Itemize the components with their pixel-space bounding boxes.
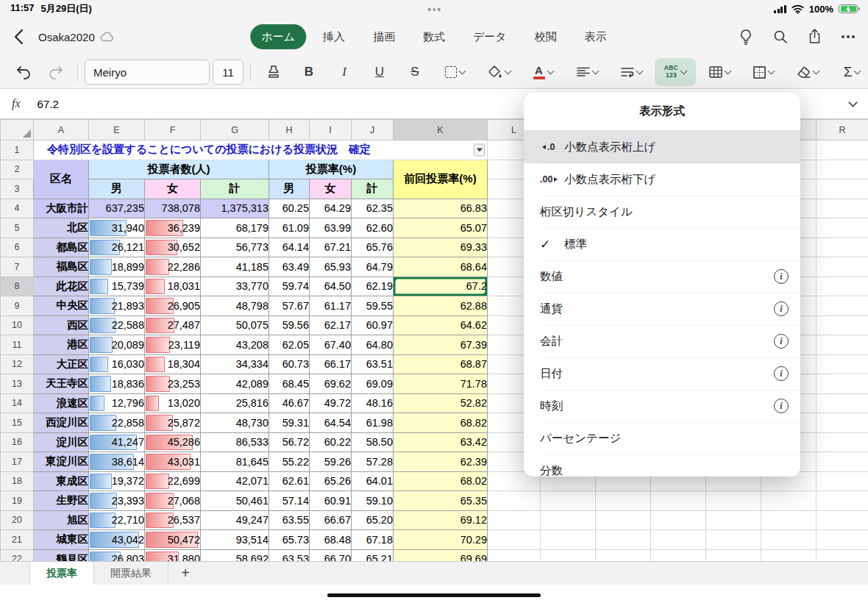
search-icon[interactable] bbox=[773, 29, 788, 44]
cell-A20[interactable]: 旭区 bbox=[34, 510, 89, 530]
cell-N22[interactable] bbox=[596, 549, 651, 561]
cell-H11[interactable]: 62.05 bbox=[269, 335, 310, 355]
cell-R17[interactable] bbox=[817, 452, 868, 472]
formula-value[interactable]: 67.2 bbox=[38, 98, 59, 110]
cell-I6[interactable]: 67.21 bbox=[310, 238, 352, 257]
home-indicator[interactable] bbox=[327, 593, 541, 597]
cell-K21[interactable]: 70.29 bbox=[394, 530, 488, 550]
cell-R3[interactable] bbox=[817, 179, 868, 199]
cell-I21[interactable]: 68.48 bbox=[310, 530, 352, 550]
cell-A22[interactable]: 鶴見区 bbox=[34, 549, 89, 561]
clear-button[interactable] bbox=[787, 58, 828, 86]
ribbon-tab-数式[interactable]: 数式 bbox=[412, 24, 456, 49]
cell-K15[interactable]: 68.82 bbox=[394, 413, 488, 433]
cell-E11[interactable]: 20,089 bbox=[89, 335, 145, 355]
info-icon[interactable]: i bbox=[774, 399, 789, 413]
cell-I4[interactable]: 64.29 bbox=[310, 199, 352, 218]
cell-N19[interactable] bbox=[596, 491, 651, 511]
cell-R8[interactable] bbox=[817, 276, 868, 296]
cell-E22[interactable]: 26,803 bbox=[89, 549, 145, 561]
ribbon-tab-データ[interactable]: データ bbox=[462, 24, 518, 49]
cell-G17[interactable]: 81,645 bbox=[201, 452, 269, 472]
ribbon-tab-ホーム[interactable]: ホーム bbox=[250, 24, 306, 49]
cell-F11[interactable]: 23,119 bbox=[145, 335, 201, 355]
cell-H6[interactable]: 64.14 bbox=[269, 238, 310, 257]
cell-F10[interactable]: 27,487 bbox=[145, 315, 201, 335]
cell-A19[interactable]: 生野区 bbox=[34, 491, 89, 511]
cell-M21[interactable] bbox=[541, 530, 596, 550]
ribbon-tab-描画[interactable]: 描画 bbox=[362, 24, 406, 49]
collapse-ribbon-chevron[interactable] bbox=[848, 98, 858, 107]
cell-K18[interactable]: 68.02 bbox=[394, 471, 488, 491]
cell-P22[interactable] bbox=[706, 549, 761, 561]
cell-R10[interactable] bbox=[817, 315, 868, 335]
lightbulb-icon[interactable] bbox=[739, 29, 753, 45]
cell-G8[interactable]: 33,770 bbox=[201, 276, 269, 296]
cell-E20[interactable]: 22,710 bbox=[89, 510, 145, 530]
strikethrough-button[interactable]: S bbox=[399, 58, 431, 86]
cell-I16[interactable]: 60.22 bbox=[310, 432, 352, 452]
document-title[interactable]: Osaka2020 bbox=[38, 31, 115, 43]
cell-H14[interactable]: 46.67 bbox=[269, 393, 310, 413]
autosum-button[interactable]: Σ bbox=[831, 58, 868, 86]
cell-G16[interactable]: 86,533 bbox=[201, 432, 269, 452]
row-header-21[interactable]: 21 bbox=[1, 530, 34, 550]
row-header-2[interactable]: 2 bbox=[1, 160, 34, 179]
cell-A9[interactable]: 中央区 bbox=[34, 296, 89, 316]
border-style-button[interactable] bbox=[434, 58, 475, 86]
cell-I15[interactable]: 64.54 bbox=[310, 413, 352, 433]
cell-G7[interactable]: 41,185 bbox=[201, 257, 269, 277]
cell-J17[interactable]: 57.28 bbox=[352, 452, 394, 472]
font-color-button[interactable]: A bbox=[522, 58, 563, 86]
cell-F19[interactable]: 27,068 bbox=[145, 491, 201, 511]
cell-O21[interactable] bbox=[651, 530, 706, 550]
cell-I19[interactable]: 60.91 bbox=[310, 491, 352, 511]
cell-E3[interactable]: 男 bbox=[89, 179, 145, 199]
cell-F9[interactable]: 26,905 bbox=[145, 296, 201, 316]
cell-J13[interactable]: 69.09 bbox=[352, 374, 394, 394]
cell-K5[interactable]: 65.07 bbox=[394, 218, 488, 238]
cell-E9[interactable]: 21,893 bbox=[89, 296, 145, 316]
popup-item-accounting[interactable]: 会計i bbox=[524, 325, 800, 357]
cell-F21[interactable]: 50,472 bbox=[145, 530, 201, 550]
cell-O20[interactable] bbox=[651, 510, 706, 530]
cell-H5[interactable]: 61.09 bbox=[269, 218, 310, 238]
cell-J11[interactable]: 64.80 bbox=[352, 335, 394, 355]
cell-N21[interactable] bbox=[596, 530, 651, 550]
cell-G20[interactable]: 49,247 bbox=[201, 510, 269, 530]
selection-handle-top-left[interactable] bbox=[394, 276, 398, 281]
cell-H8[interactable]: 59.74 bbox=[269, 276, 310, 296]
row-header-1[interactable]: 1 bbox=[1, 140, 34, 160]
row-header-5[interactable]: 5 bbox=[1, 218, 34, 238]
cell-K9[interactable]: 62.88 bbox=[394, 296, 488, 316]
cell-H13[interactable]: 68.45 bbox=[269, 374, 310, 394]
add-sheet-button[interactable]: + bbox=[168, 562, 202, 585]
cell-A12[interactable]: 大正区 bbox=[34, 354, 89, 374]
row-header-19[interactable]: 19 bbox=[1, 491, 34, 511]
more-menu-icon[interactable] bbox=[842, 35, 855, 38]
cell-H19[interactable]: 57.14 bbox=[269, 491, 310, 511]
cell-J12[interactable]: 63.51 bbox=[352, 354, 394, 374]
cell-F8[interactable]: 18,031 bbox=[145, 276, 201, 296]
col-header-A[interactable]: A bbox=[34, 120, 89, 140]
font-name-select[interactable]: Meiryo bbox=[85, 60, 210, 85]
cell-K6[interactable]: 69.33 bbox=[394, 238, 488, 257]
wrap-text-button[interactable] bbox=[611, 58, 652, 86]
cell-R7[interactable] bbox=[817, 257, 868, 277]
row-header-13[interactable]: 13 bbox=[1, 374, 34, 394]
cell-E19[interactable]: 23,393 bbox=[89, 491, 145, 511]
cell-R14[interactable] bbox=[817, 393, 868, 413]
ribbon-tab-表示[interactable]: 表示 bbox=[574, 24, 618, 49]
cell-R22[interactable] bbox=[817, 549, 868, 561]
row-header-7[interactable]: 7 bbox=[1, 257, 34, 277]
cell-G12[interactable]: 34,334 bbox=[201, 354, 269, 374]
cell-F4[interactable]: 738,078 bbox=[145, 199, 201, 218]
cell-I9[interactable]: 61.17 bbox=[310, 296, 352, 316]
cell-A4[interactable]: 大阪市計 bbox=[34, 199, 89, 218]
cell-O22[interactable] bbox=[651, 549, 706, 561]
row-header-12[interactable]: 12 bbox=[1, 354, 34, 374]
cell-E4[interactable]: 637,235 bbox=[89, 199, 145, 218]
info-icon[interactable]: i bbox=[774, 302, 789, 316]
cell-A8[interactable]: 此花区 bbox=[34, 276, 89, 296]
cell-G21[interactable]: 93,514 bbox=[201, 530, 269, 550]
